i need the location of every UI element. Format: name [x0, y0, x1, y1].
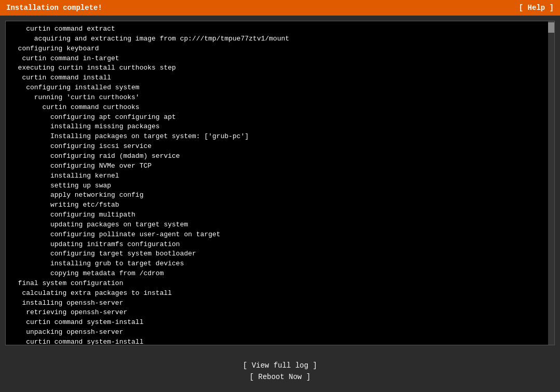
scrollbar-thumb[interactable] [548, 22, 554, 33]
terminal-content: curtin command extract acquiring and ext… [6, 21, 554, 345]
terminal-box: curtin command extract acquiring and ext… [5, 21, 555, 345]
header-help: [ Help ] [519, 4, 554, 12]
header-title: Installation complete! [6, 4, 102, 12]
footer: [ View full log ] [ Reboot Now ] [0, 350, 560, 392]
view-log-button[interactable]: [ View full log ] [243, 361, 317, 370]
scrollbar[interactable] [548, 21, 554, 345]
header: Installation complete! [ Help ] [0, 0, 560, 16]
main-area: curtin command extract acquiring and ext… [0, 16, 560, 350]
reboot-button[interactable]: [ Reboot Now ] [250, 373, 311, 381]
